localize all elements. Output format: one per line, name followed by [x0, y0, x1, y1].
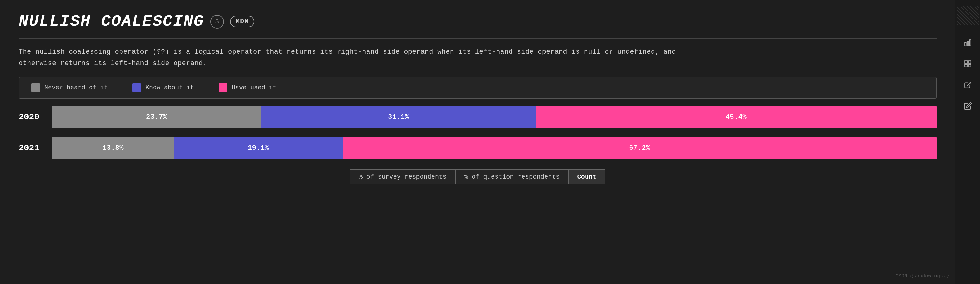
svg-line-7: [967, 82, 971, 86]
sidebar-stripes: [957, 6, 979, 25]
description: The nullish coalescing operator (??) is …: [19, 46, 937, 70]
bar-2020-know: 31.1%: [261, 106, 536, 129]
filter-survey-respondents[interactable]: % of survey respondents: [350, 169, 455, 184]
bar-2021: 13.8% 19.1% 67.2%: [52, 137, 937, 159]
main-container: NULLISH COALESCING $ MDN The nullish coa…: [0, 0, 980, 284]
chart-row-2021: 2021 13.8% 19.1% 67.2%: [19, 137, 937, 159]
legend-box: Never heard of it Know about it Have use…: [19, 77, 937, 98]
svg-rect-5: [965, 65, 967, 67]
mdn-badge[interactable]: MDN: [230, 16, 255, 27]
legend-item-know: Know about it: [132, 83, 194, 92]
bar-2021-know: 19.1%: [174, 137, 343, 159]
bar-2020: 23.7% 31.1% 45.4%: [52, 106, 937, 129]
coin-icon: $: [210, 15, 224, 29]
external-link-icon[interactable]: [963, 79, 974, 90]
svg-rect-6: [969, 65, 971, 67]
legend-swatch-used: [219, 83, 228, 92]
legend-label-used: Have used it: [232, 84, 276, 91]
legend-swatch-know: [132, 83, 141, 92]
edit-icon[interactable]: [963, 100, 974, 112]
legend-swatch-never: [31, 83, 40, 92]
bar-2020-used: 45.4%: [536, 106, 937, 129]
content-area: NULLISH COALESCING $ MDN The nullish coa…: [0, 0, 955, 284]
chart-area: 2020 23.7% 31.1% 45.4% 2021: [19, 106, 937, 159]
svg-rect-1: [967, 41, 968, 46]
filter-count[interactable]: Count: [569, 169, 606, 184]
legend-item-never: Never heard of it: [31, 83, 108, 92]
year-label-2020: 2020: [19, 112, 43, 122]
grid-icon[interactable]: [963, 58, 974, 70]
legend-label-know: Know about it: [145, 84, 194, 91]
bar-2021-used: 67.2%: [343, 137, 937, 159]
svg-rect-3: [965, 61, 967, 63]
header: NULLISH COALESCING $ MDN: [19, 13, 937, 31]
bar-chart-icon[interactable]: [963, 37, 974, 48]
svg-rect-0: [965, 43, 966, 46]
sidebar: [955, 0, 980, 284]
filter-row: % of survey respondents % of question re…: [19, 169, 937, 184]
header-divider: [19, 38, 937, 39]
chart-row-2020: 2020 23.7% 31.1% 45.4%: [19, 106, 937, 129]
page-title: NULLISH COALESCING: [19, 13, 204, 31]
year-label-2021: 2021: [19, 143, 43, 153]
legend-label-never: Never heard of it: [45, 84, 108, 91]
footer-credit: CSDN @shadowingszy: [895, 273, 949, 279]
svg-rect-2: [969, 40, 971, 46]
svg-rect-4: [969, 61, 971, 63]
bar-2020-never: 23.7%: [52, 106, 261, 129]
bar-2021-never: 13.8%: [52, 137, 174, 159]
filter-question-respondents[interactable]: % of question respondents: [455, 169, 569, 184]
legend-item-used: Have used it: [219, 83, 276, 92]
